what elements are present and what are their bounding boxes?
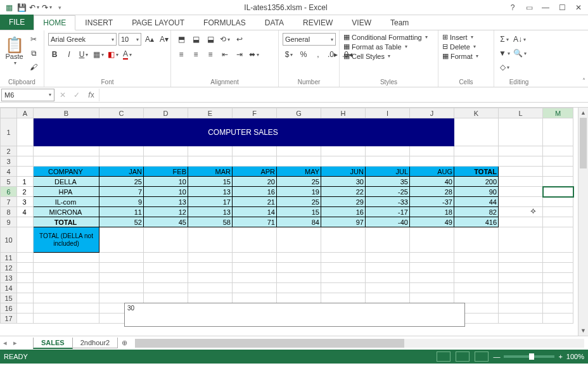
cell[interactable]: 28 <box>410 187 454 197</box>
cell[interactable] <box>321 293 366 303</box>
tab-view[interactable]: VIEW <box>342 15 381 30</box>
tab-data[interactable]: DATA <box>255 15 293 30</box>
vertical-scrollbar[interactable]: ▲ ▼ <box>578 108 588 336</box>
cell[interactable] <box>144 227 188 253</box>
file-tab[interactable]: FILE <box>0 15 34 30</box>
cell[interactable]: 13 <box>144 197 188 207</box>
cell[interactable] <box>277 146 321 156</box>
cell[interactable]: COMPANY <box>34 167 99 177</box>
row-header-12[interactable]: 12 <box>1 263 17 273</box>
cell[interactable] <box>454 283 499 293</box>
row-header-2[interactable]: 2 <box>1 146 17 156</box>
cancel-formula-icon[interactable]: ✕ <box>56 91 70 99</box>
fill-icon[interactable]: ▼▾ <box>498 47 511 60</box>
row-header-17[interactable]: 17 <box>1 314 17 324</box>
cell[interactable]: 29 <box>321 197 366 207</box>
format-cells-button[interactable]: ▦ Format▾ <box>442 52 478 60</box>
cell[interactable] <box>543 293 573 303</box>
cell[interactable] <box>454 263 499 273</box>
col-header-E[interactable]: E <box>188 108 233 118</box>
orientation-icon[interactable]: ⟲▾ <box>219 33 231 46</box>
cell[interactable] <box>277 156 321 167</box>
cell[interactable] <box>188 227 233 253</box>
cell[interactable]: 1 <box>17 177 34 187</box>
view-page-break-icon[interactable] <box>475 352 489 362</box>
cell[interactable] <box>366 273 410 283</box>
cell[interactable] <box>99 283 144 293</box>
cell[interactable] <box>99 156 144 167</box>
tab-insert[interactable]: INSERT <box>75 15 122 30</box>
cell[interactable]: 25 <box>99 177 144 187</box>
cell[interactable]: 25 <box>277 197 321 207</box>
cell[interactable] <box>543 177 573 187</box>
cell[interactable] <box>17 303 34 314</box>
shrink-font-icon[interactable]: A▾ <box>158 33 170 46</box>
align-left-icon[interactable]: ≡ <box>175 48 188 61</box>
cell[interactable] <box>34 314 99 324</box>
cell[interactable]: 16 <box>321 207 366 217</box>
cell[interactable] <box>17 273 34 283</box>
cell[interactable] <box>499 146 543 156</box>
cell[interactable] <box>188 293 233 303</box>
cell[interactable]: 30 <box>321 177 366 187</box>
row-header-4[interactable]: 4 <box>1 167 17 177</box>
scroll-up-icon[interactable]: ▲ <box>578 108 588 118</box>
col-header-J[interactable]: J <box>410 108 454 118</box>
cell[interactable]: 58 <box>188 217 233 227</box>
cell[interactable] <box>277 227 321 253</box>
cell[interactable] <box>499 293 543 303</box>
cell[interactable]: 14 <box>233 207 277 217</box>
cell[interactable] <box>499 273 543 283</box>
cell[interactable] <box>17 217 34 227</box>
cell[interactable]: 90 <box>454 187 499 197</box>
cell[interactable] <box>366 253 410 263</box>
cell[interactable] <box>321 227 366 253</box>
row-header-11[interactable]: 11 <box>1 253 17 263</box>
cell[interactable] <box>34 283 99 293</box>
scroll-thumb[interactable] <box>580 118 587 168</box>
cell[interactable] <box>99 227 144 253</box>
cell[interactable] <box>99 293 144 303</box>
cell[interactable]: 11 <box>99 207 144 217</box>
cell[interactable]: 17 <box>188 197 233 207</box>
cell[interactable] <box>366 156 410 167</box>
cell[interactable] <box>233 156 277 167</box>
cell[interactable] <box>17 263 34 273</box>
col-header-A[interactable]: A <box>17 108 34 118</box>
cell[interactable] <box>499 187 543 197</box>
cell[interactable]: 9 <box>99 197 144 207</box>
cell[interactable] <box>233 146 277 156</box>
save-icon[interactable]: 💾 <box>15 1 28 14</box>
cell[interactable]: MICRONA <box>34 207 99 217</box>
cell[interactable] <box>499 207 543 217</box>
cell[interactable] <box>410 263 454 273</box>
cell[interactable] <box>34 263 99 273</box>
cell[interactable] <box>188 263 233 273</box>
cell[interactable]: DELLA <box>34 177 99 187</box>
cell[interactable] <box>17 167 34 177</box>
increase-decimal-icon[interactable]: .0▸ <box>326 48 339 61</box>
paste-button[interactable]: 📋 Paste ▾ <box>4 33 25 70</box>
embedded-chart[interactable]: 30 <box>124 303 465 327</box>
cell[interactable] <box>321 253 366 263</box>
cell[interactable] <box>17 293 34 303</box>
cell[interactable] <box>366 146 410 156</box>
cell[interactable] <box>543 303 573 314</box>
cell[interactable] <box>454 146 499 156</box>
cell[interactable]: 7 <box>99 187 144 197</box>
cell[interactable] <box>17 118 34 146</box>
col-header-G[interactable]: G <box>277 108 321 118</box>
cell[interactable] <box>233 273 277 283</box>
cell[interactable] <box>499 177 543 187</box>
cell[interactable]: AUG <box>410 167 454 177</box>
name-box[interactable]: M6▾ <box>1 89 54 101</box>
cell[interactable] <box>17 314 34 324</box>
font-size-select[interactable]: 10▾ <box>118 33 141 46</box>
cut-icon[interactable]: ✂ <box>27 33 40 46</box>
cell[interactable]: FEB <box>144 167 188 177</box>
help-icon[interactable]: ? <box>506 3 520 12</box>
horizontal-scrollbar[interactable] <box>135 339 584 348</box>
currency-icon[interactable]: $▾ <box>283 48 295 61</box>
align-bottom-icon[interactable]: ⬓ <box>204 33 217 46</box>
cell[interactable]: 4 <box>17 207 34 217</box>
